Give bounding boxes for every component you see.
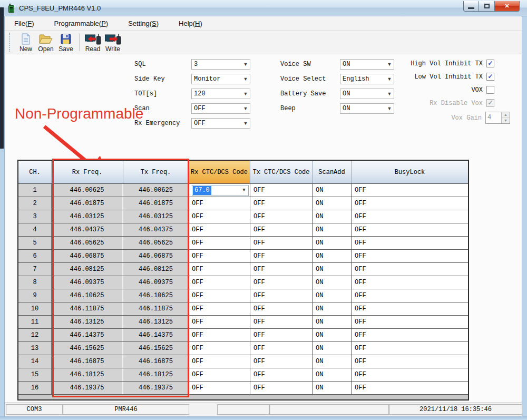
- menu-item-programmable[interactable]: Programmable(P): [52, 18, 111, 29]
- cell-rx_code[interactable]: OFF: [189, 329, 250, 341]
- cell-busy_lock[interactable]: OFF: [352, 342, 468, 355]
- cell-scan_add[interactable]: ON: [313, 355, 352, 368]
- cell-busy_lock[interactable]: OFF: [352, 210, 468, 223]
- cell-busy_lock[interactable]: OFF: [352, 316, 468, 328]
- cell-scan_add[interactable]: ON: [313, 316, 352, 328]
- cell-scan_add[interactable]: ON: [313, 197, 352, 210]
- cell-tx_code[interactable]: OFF: [250, 250, 313, 262]
- cell-busy_lock[interactable]: OFF: [352, 197, 468, 210]
- cell-rx_code[interactable]: OFF: [189, 368, 250, 381]
- cell-busy_lock[interactable]: OFF: [352, 302, 468, 315]
- cell-scan_add[interactable]: ON: [313, 276, 352, 289]
- toolbar-read-button[interactable]: Read: [83, 31, 103, 54]
- cell-scan_add[interactable]: ON: [313, 368, 352, 381]
- cell-scan_add[interactable]: ON: [313, 263, 352, 276]
- cell-rx_code[interactable]: 67.0▼: [189, 184, 250, 197]
- setting-combo-side-key[interactable]: Monitor▼: [191, 74, 250, 84]
- cell-rx_code[interactable]: OFF: [189, 302, 250, 315]
- cell-tx_code[interactable]: OFF: [250, 382, 313, 394]
- setting-combo-tot-s-[interactable]: 120▼: [191, 89, 250, 99]
- cell-tx_code[interactable]: OFF: [250, 316, 313, 328]
- column-header-ch: CH.: [18, 161, 52, 183]
- setting-combo-scan[interactable]: OFF▼: [191, 103, 250, 114]
- cell-tx_code[interactable]: OFF: [250, 197, 313, 210]
- cell-rx_code[interactable]: OFF: [189, 316, 250, 328]
- toolbar-new-button[interactable]: New: [16, 31, 36, 54]
- column-header-scan_add: ScanAdd: [313, 161, 352, 183]
- cell-busy_lock[interactable]: OFF: [352, 237, 468, 249]
- cell-scan_add[interactable]: ON: [313, 250, 352, 262]
- cell-scan_add[interactable]: ON: [313, 382, 352, 394]
- horizontal-scrollbar[interactable]: [18, 395, 468, 399]
- toolbar-open-button[interactable]: Open: [36, 31, 56, 54]
- cell-rx_code[interactable]: OFF: [189, 289, 250, 302]
- cell-tx_code[interactable]: OFF: [250, 276, 313, 289]
- cell-rx_code[interactable]: OFF: [189, 276, 250, 289]
- cell-scan_add[interactable]: ON: [313, 342, 352, 355]
- cell-busy_lock[interactable]: OFF: [352, 223, 468, 236]
- application-window: CPS_F8EU_PMR446 V1.0 ✕ File(F)Programmab…: [0, 0, 527, 420]
- cell-tx_code[interactable]: OFF: [250, 329, 313, 341]
- cell-scan_add[interactable]: ON: [313, 289, 352, 302]
- cell-rx_code[interactable]: OFF: [189, 382, 250, 394]
- checkbox[interactable]: ✓: [486, 60, 494, 67]
- cell-busy_lock[interactable]: OFF: [352, 355, 468, 368]
- menu-item-setting[interactable]: Setting(S): [126, 18, 161, 29]
- cell-rx: 446.13125: [52, 316, 123, 328]
- setting-combo-rx-emergency[interactable]: OFF▼: [191, 118, 250, 129]
- cell-busy_lock[interactable]: OFF: [352, 289, 468, 302]
- table-row: 9446.10625446.10625OFFOFFONOFF: [18, 289, 468, 302]
- toolbar-save-button[interactable]: Save: [56, 31, 76, 54]
- cell-scan_add[interactable]: ON: [313, 302, 352, 315]
- cell-tx_code[interactable]: OFF: [250, 223, 313, 236]
- menu-item-file[interactable]: File(F): [12, 18, 36, 29]
- cell-scan_add[interactable]: ON: [313, 223, 352, 236]
- cell-tx_code[interactable]: OFF: [250, 263, 313, 276]
- cell-busy_lock[interactable]: OFF: [352, 184, 468, 197]
- menu-item-mnemonic: P: [101, 19, 106, 27]
- toolbar-grip[interactable]: [9, 33, 12, 52]
- cell-ch: 14: [18, 355, 52, 368]
- cell-tx_code[interactable]: OFF: [250, 184, 313, 197]
- cell-rx_code[interactable]: OFF: [189, 355, 250, 368]
- menu-item-help[interactable]: Help(H): [177, 18, 204, 29]
- cell-scan_add[interactable]: ON: [313, 184, 352, 197]
- cell-tx_code[interactable]: OFF: [250, 237, 313, 249]
- cell-tx_code[interactable]: OFF: [250, 302, 313, 315]
- cell-rx_code[interactable]: OFF: [189, 237, 250, 249]
- maximize-button[interactable]: [479, 1, 494, 12]
- cell-busy_lock[interactable]: OFF: [352, 250, 468, 262]
- cell-tx_code[interactable]: OFF: [250, 210, 313, 223]
- cell-tx_code[interactable]: OFF: [250, 342, 313, 355]
- checkbox[interactable]: ✓: [486, 73, 494, 81]
- cell-rx_code[interactable]: OFF: [189, 250, 250, 262]
- cell-tx_code[interactable]: OFF: [250, 289, 313, 302]
- checkbox[interactable]: [486, 86, 494, 94]
- cell-busy_lock[interactable]: OFF: [352, 329, 468, 341]
- cell-busy_lock[interactable]: OFF: [352, 368, 468, 381]
- cell-rx_code[interactable]: OFF: [189, 197, 250, 210]
- save-floppy-icon: [61, 33, 71, 45]
- minimize-button[interactable]: [463, 1, 479, 12]
- cell-rx_code[interactable]: OFF: [189, 263, 250, 276]
- cell-scan_add[interactable]: ON: [313, 329, 352, 341]
- close-button[interactable]: ✕: [494, 1, 520, 12]
- cell-rx: 446.05625: [52, 237, 123, 249]
- cell-tx_code[interactable]: OFF: [250, 368, 313, 381]
- title-bar[interactable]: CPS_F8EU_PMR446 V1.0 ✕: [0, 0, 527, 16]
- app-radio-icon: [7, 3, 15, 15]
- cell-rx_code[interactable]: OFF: [189, 342, 250, 355]
- cell-busy_lock[interactable]: OFF: [352, 263, 468, 276]
- combobox-selected-value: 67.0: [193, 186, 211, 195]
- cell-busy_lock[interactable]: OFF: [352, 276, 468, 289]
- cell-busy_lock[interactable]: OFF: [352, 382, 468, 394]
- rx-code-combobox[interactable]: 67.0▼: [192, 185, 249, 196]
- setting-combo-sql[interactable]: 3▼: [191, 59, 250, 70]
- cell-scan_add[interactable]: ON: [313, 210, 352, 223]
- cell-tx_code[interactable]: OFF: [250, 355, 313, 368]
- cell-scan_add[interactable]: ON: [313, 237, 352, 249]
- table-row: 4446.04375446.04375OFFOFFONOFF: [18, 223, 468, 237]
- cell-rx_code[interactable]: OFF: [189, 210, 250, 223]
- cell-rx_code[interactable]: OFF: [189, 223, 250, 236]
- toolbar-write-button[interactable]: Write: [103, 31, 123, 54]
